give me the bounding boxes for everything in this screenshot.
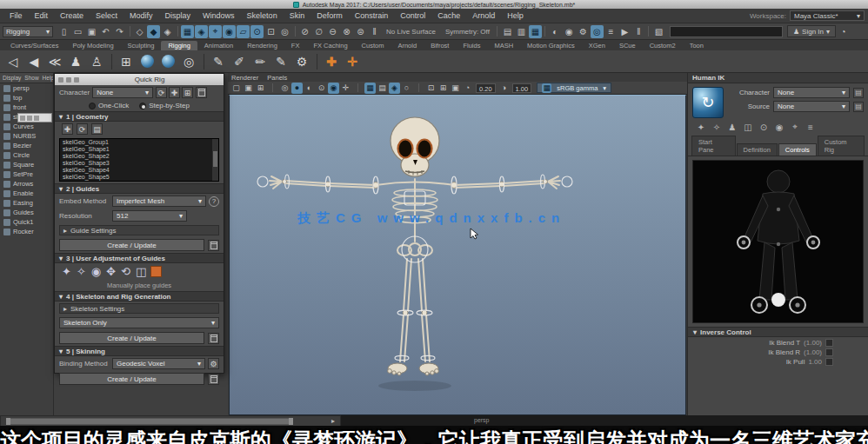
divider[interactable] bbox=[413, 83, 424, 94]
create-joint-icon[interactable]: ◁ bbox=[3, 52, 23, 71]
geometry-section-header[interactable]: ▾ 1 | Geometry bbox=[55, 111, 224, 122]
adjust-section-header[interactable]: ▾ 3 | User Adjustment of Guides bbox=[55, 253, 224, 263]
help-circle-icon[interactable]: ◔ bbox=[837, 25, 850, 38]
binding-method-dropdown[interactable]: Geodesic Voxel ▾ bbox=[112, 358, 205, 369]
menu-item[interactable]: Modify bbox=[124, 11, 159, 20]
range-slider-handle-left[interactable] bbox=[6, 418, 10, 425]
isolate-select-icon[interactable]: ⊡ bbox=[425, 83, 437, 94]
anti-alias-icon[interactable]: ◈ bbox=[389, 83, 400, 94]
shelf-tab[interactable]: Animation bbox=[197, 41, 240, 50]
viewport-menu-renderer[interactable]: Renderer bbox=[231, 74, 258, 82]
resolution-dropdown[interactable]: 512 ▾ bbox=[112, 210, 187, 222]
insert-joint-icon[interactable]: ◀ bbox=[24, 52, 43, 71]
menu-item[interactable]: Help bbox=[501, 11, 530, 20]
attribute-checkbox[interactable] bbox=[825, 348, 833, 356]
refresh-character-icon[interactable]: ⟳ bbox=[156, 87, 167, 98]
menu-item[interactable]: File bbox=[3, 11, 29, 20]
outliner-menu-help[interactable]: Help bbox=[43, 75, 54, 81]
geometry-list-item[interactable]: skelGeo_Shape3 bbox=[60, 160, 218, 167]
outliner-item[interactable]: Bezier bbox=[0, 141, 53, 150]
character-controls-icon[interactable]: ▧ bbox=[652, 25, 665, 38]
hik-keying-icon[interactable]: ⊙ bbox=[758, 121, 770, 133]
outliner-item[interactable]: Square bbox=[0, 160, 53, 169]
skeleton-section-header[interactable]: ▾ 4 | Skeleton and Rig Generation bbox=[55, 291, 224, 302]
anim-layers-icon[interactable]: ≡ bbox=[604, 25, 618, 38]
guide-move-icon[interactable]: ✥ bbox=[106, 265, 116, 278]
guide-settings-expander[interactable]: ▸ Guide Settings bbox=[59, 225, 219, 235]
lock-camera-icon[interactable]: ▣ bbox=[243, 83, 254, 94]
attribute-checkbox[interactable] bbox=[825, 339, 833, 347]
hik-skeleton-icon[interactable]: ✦ bbox=[695, 121, 707, 133]
divider[interactable] bbox=[495, 25, 500, 38]
hik-select-icon[interactable]: ◉ bbox=[773, 121, 785, 133]
menu-item[interactable]: Arnold bbox=[466, 11, 501, 20]
divider[interactable] bbox=[352, 83, 364, 94]
undo-icon[interactable]: ↶ bbox=[99, 25, 112, 38]
bookmark-icon[interactable]: ◎ bbox=[279, 83, 290, 94]
delete-character-button[interactable] bbox=[196, 87, 207, 98]
skeleton-create-update-button[interactable]: Create / Update bbox=[59, 332, 204, 344]
hik-source-dropdown[interactable]: None ▾ bbox=[773, 101, 850, 112]
menu-item[interactable]: Edit bbox=[29, 11, 55, 20]
skinning-create-update-button[interactable]: Create / Update bbox=[59, 373, 204, 385]
outliner-item[interactable]: Circle bbox=[0, 150, 53, 160]
shelf-tab[interactable]: Sculpting bbox=[121, 41, 162, 50]
outliner-item[interactable]: Arrows bbox=[0, 179, 53, 189]
add-geometry-icon[interactable]: ✚ bbox=[62, 123, 73, 135]
guide-select-icon[interactable]: ◉ bbox=[91, 265, 101, 278]
render-settings-icon[interactable]: ⚙ bbox=[577, 25, 590, 38]
geometry-list-item[interactable]: skelGeo_Group1 bbox=[60, 139, 218, 146]
image-plane-icon[interactable]: ● bbox=[291, 83, 303, 94]
shading-icon[interactable]: ◐ bbox=[304, 83, 315, 94]
embed-method-dropdown[interactable]: Imperfect Mesh ▾ bbox=[112, 195, 206, 207]
gamma-icon[interactable]: ◑ bbox=[498, 83, 510, 94]
skinning-section-header[interactable]: ▾ 5 | Skinning bbox=[55, 346, 224, 356]
lock-icon[interactable]: ⊡ bbox=[264, 25, 277, 38]
display-layers-icon[interactable]: ◎ bbox=[591, 25, 604, 38]
snap-curve-icon[interactable]: ◈ bbox=[195, 25, 208, 38]
menu-item[interactable]: Cache bbox=[431, 11, 466, 20]
divider[interactable] bbox=[646, 25, 651, 38]
search-input[interactable] bbox=[670, 26, 783, 37]
snap-view-plane-icon[interactable]: ▱ bbox=[237, 25, 250, 38]
outliner-menu-show[interactable]: Show bbox=[24, 75, 38, 81]
menu-item[interactable]: Deform bbox=[310, 11, 349, 20]
window-buttons[interactable] bbox=[58, 77, 79, 83]
outliner-item[interactable]: Guides bbox=[0, 208, 53, 217]
shelf-tab[interactable]: Custom2 bbox=[643, 41, 683, 50]
panel-split-icon[interactable]: ▥ bbox=[515, 25, 528, 38]
hik-tab[interactable]: Start Pane bbox=[691, 136, 736, 156]
shelf-tab[interactable]: Motion Graphics bbox=[520, 41, 582, 50]
exposure-field[interactable]: 0.20 bbox=[476, 83, 496, 93]
panel-single-icon[interactable]: ▤ bbox=[501, 25, 514, 38]
select-camera-icon[interactable]: ▢ bbox=[230, 83, 242, 94]
refresh-geometry-icon[interactable]: ⟳ bbox=[77, 123, 88, 135]
make-live-icon[interactable]: ⊙ bbox=[250, 25, 264, 38]
geodesic-voxel-icon[interactable]: ◎ bbox=[179, 52, 198, 71]
connect-attribute-icon[interactable]: ✛ bbox=[343, 52, 362, 71]
divider[interactable] bbox=[175, 25, 180, 38]
range-slider-handle-right[interactable] bbox=[289, 418, 293, 425]
shelf-tab[interactable]: Toon bbox=[683, 41, 711, 50]
soft-select-icon[interactable]: ◎ bbox=[278, 25, 291, 38]
menu-set-dropdown[interactable]: Rigging ▾ bbox=[3, 26, 53, 37]
outliner-item[interactable]: front bbox=[0, 103, 53, 112]
outliner-item[interactable]: top bbox=[0, 93, 53, 103]
ik-handle-icon[interactable]: ≪ bbox=[45, 52, 64, 71]
mirror-skin-weights-icon[interactable]: ✐ bbox=[230, 52, 249, 71]
motion-blur-icon[interactable]: ▤ bbox=[377, 83, 388, 94]
hik-mirror-icon[interactable]: ◫ bbox=[742, 121, 754, 133]
hik-tab[interactable]: Controls bbox=[778, 143, 817, 156]
interactive-bind-icon[interactable] bbox=[158, 52, 177, 71]
guide-color-swatch[interactable] bbox=[150, 266, 162, 277]
humanik-panel-header[interactable]: Human IK bbox=[688, 73, 868, 83]
hik-definition-icon[interactable]: ✧ bbox=[711, 121, 723, 133]
bind-skin-icon[interactable] bbox=[137, 52, 157, 71]
snap-projected-center-icon[interactable]: ◉ bbox=[223, 25, 236, 38]
guide-rotate-icon[interactable]: ⟲ bbox=[121, 265, 130, 278]
shelf-tab[interactable]: Poly Modeling bbox=[65, 41, 120, 50]
divider[interactable] bbox=[108, 52, 115, 71]
hik-pin-icon[interactable]: ⌖ bbox=[789, 121, 801, 133]
menu-item[interactable]: Skeleton bbox=[241, 11, 284, 20]
one-click-radio[interactable]: One-Click bbox=[89, 102, 129, 109]
